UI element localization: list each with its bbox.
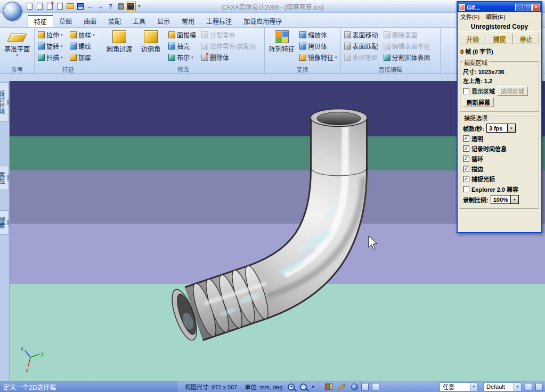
fillet-button[interactable]: 圆角过渡 (104, 29, 134, 53)
stretch-part-icon (201, 43, 208, 50)
outline-checkbox[interactable]: ✓ (463, 166, 469, 172)
extrude-button[interactable]: 拉伸▾ (37, 29, 69, 40)
tab-common[interactable]: 常用 (176, 15, 200, 27)
selection-filter-combo[interactable]: 任意 ▼ (440, 382, 478, 391)
zoom-options-arrow-icon[interactable]: ▼ (311, 385, 315, 389)
record-scale-combo[interactable]: 100% ▼ (491, 195, 519, 204)
explorer-compat-checkbox[interactable] (463, 186, 469, 192)
combo-arrow-icon[interactable]: ▼ (510, 195, 518, 203)
start-button[interactable]: 开始 (460, 34, 485, 44)
tab-display[interactable]: 显示 (151, 15, 176, 27)
show-area-checkbox[interactable] (463, 88, 469, 94)
boolean-button[interactable]: 布尔▾ (167, 52, 200, 63)
gif-toolbar: 开始 捕捉 停止 (458, 32, 541, 46)
tab-assembly[interactable]: 装配 (102, 15, 127, 27)
sidebar-item-design-environment[interactable]: 设计环境 (0, 83, 9, 122)
grid-toggle-icon[interactable] (525, 383, 532, 390)
transparent-checkbox[interactable]: ✓ (463, 135, 469, 142)
annotate-icon[interactable] (338, 383, 346, 390)
combo-arrow-icon[interactable]: ▼ (514, 383, 521, 391)
datum-plane-button[interactable]: 基准平面 ▾ (2, 29, 32, 58)
redo-icon[interactable]: → (96, 2, 105, 11)
gif-titlebar[interactable]: Gif... _ □ × (458, 2, 541, 12)
capture-button[interactable]: 捕捉 (486, 34, 512, 44)
close-button[interactable]: × (532, 4, 540, 11)
import-document-icon[interactable] (55, 2, 64, 11)
edit-face-radius-button[interactable]: 编辑表面半径 (383, 40, 438, 52)
group-caption-reference: 参考 (2, 65, 32, 73)
draft-face-button[interactable]: 面拔模 (167, 29, 200, 40)
settings-icon[interactable] (116, 2, 125, 11)
new-document-icon[interactable] (25, 2, 34, 11)
offset-face-button[interactable]: 表面等距 (343, 52, 383, 63)
tab-load-apps[interactable]: 加载应用程序 (238, 15, 288, 27)
open-folder-icon[interactable] (66, 2, 75, 11)
move-face-button[interactable]: 表面移动 (343, 29, 383, 40)
chamfer-button[interactable]: 边倒角 (136, 29, 166, 53)
boolean-icon (168, 54, 175, 61)
delete-body-button[interactable]: 删除体 (200, 52, 262, 63)
undo-icon[interactable]: ← (86, 2, 95, 11)
zoom-out-icon[interactable]: − (300, 383, 307, 390)
tab-tools[interactable]: 工具 (127, 15, 151, 27)
menu-edit[interactable]: 编辑(E) (486, 12, 506, 21)
gif-app-icon (459, 4, 465, 11)
tab-sketch[interactable]: 草图 (53, 15, 78, 27)
combo-arrow-icon[interactable]: ▼ (507, 124, 515, 132)
fillet-icon (112, 30, 126, 43)
toolbar-overflow-icon[interactable]: ▼ (137, 4, 141, 8)
sweep-button[interactable]: 扫描▾ (37, 52, 69, 63)
zoom-in-icon[interactable]: + (288, 383, 295, 390)
render-style-combo[interactable]: Default ▼ (483, 382, 522, 391)
app-logo-icon[interactable] (3, 2, 22, 21)
close-document-icon[interactable] (45, 2, 54, 11)
split-part-button[interactable]: 分裂零件 (200, 29, 262, 40)
tab-features[interactable]: 特征 (28, 15, 53, 27)
help-icon[interactable]: ? (106, 2, 115, 11)
thicken-button[interactable]: 加厚 (69, 52, 100, 63)
capture-cursor-checkbox[interactable]: ✓ (463, 176, 469, 182)
scale-body-icon (299, 31, 306, 38)
shell-button[interactable]: 抽壳 (167, 40, 200, 52)
select-area-button[interactable]: 选择区域 (497, 86, 528, 96)
ribbon-group-features: 拉伸▾ 放样▾ 旋转▾ 螺纹 扫描▾ 加厚 特征 (35, 28, 102, 73)
units-label: 单位: mm, deg (245, 382, 282, 391)
minimize-button[interactable]: _ (515, 4, 523, 11)
shaded-view-icon[interactable] (351, 383, 358, 390)
sidebar-item-search[interactable]: 搜索 (0, 210, 9, 235)
loop-checkbox[interactable]: ✓ (463, 156, 469, 162)
snap-toggle-icon[interactable] (535, 383, 543, 390)
combo-arrow-icon[interactable]: ▼ (470, 383, 477, 391)
frames-count-label: 0 帧 (0 字节) (458, 46, 541, 56)
sidebar-item-properties[interactable]: 属性 (0, 166, 9, 190)
mirror-feature-button[interactable]: 镜像特征▾ (298, 52, 338, 63)
restore-button[interactable]: □ (524, 4, 532, 11)
render-mode-icon[interactable] (325, 383, 332, 390)
split-solid-face-button[interactable]: 分割实体表面 (383, 52, 438, 63)
record-time-checkbox[interactable]: ✓ (463, 145, 469, 152)
tab-annotation[interactable]: 工程标注 (200, 15, 238, 27)
stretch-part-button[interactable]: 拉伸零件/装配体 (200, 40, 262, 52)
tab-surface[interactable]: 曲面 (78, 15, 102, 27)
screen-capture-tool-icon[interactable] (126, 2, 136, 11)
delete-face-button[interactable]: 删除表面 (383, 29, 438, 40)
copy-body-button[interactable]: 拷贝体 (298, 40, 338, 52)
scale-body-button[interactable]: 缩放体 (298, 29, 338, 40)
refresh-screen-button[interactable]: 刷新屏幕 (463, 97, 494, 107)
pattern-feature-button[interactable]: 阵列特征 (267, 29, 297, 53)
display-option-icon[interactable] (361, 383, 369, 390)
thread-button[interactable]: 螺纹 (69, 40, 100, 52)
loft-icon (70, 31, 77, 38)
ribbon-group-reference: 基准平面 ▾ 参考 (0, 28, 35, 73)
menu-file[interactable]: 文件(F) (460, 12, 479, 21)
stop-button[interactable]: 停止 (514, 34, 539, 44)
revolve-button[interactable]: 旋转▾ (37, 40, 69, 52)
delete-face-icon (384, 31, 391, 38)
save-icon[interactable] (76, 2, 85, 11)
fps-combo[interactable]: 3 fps ▼ (486, 124, 516, 133)
loft-button[interactable]: 放样▾ (69, 29, 100, 40)
match-face-button[interactable]: 表面匹配 (343, 40, 383, 52)
open-document-icon[interactable] (35, 2, 44, 11)
projection-option-icon[interactable] (372, 383, 379, 390)
status-hint: 定义一个2D选择框 (0, 381, 177, 392)
